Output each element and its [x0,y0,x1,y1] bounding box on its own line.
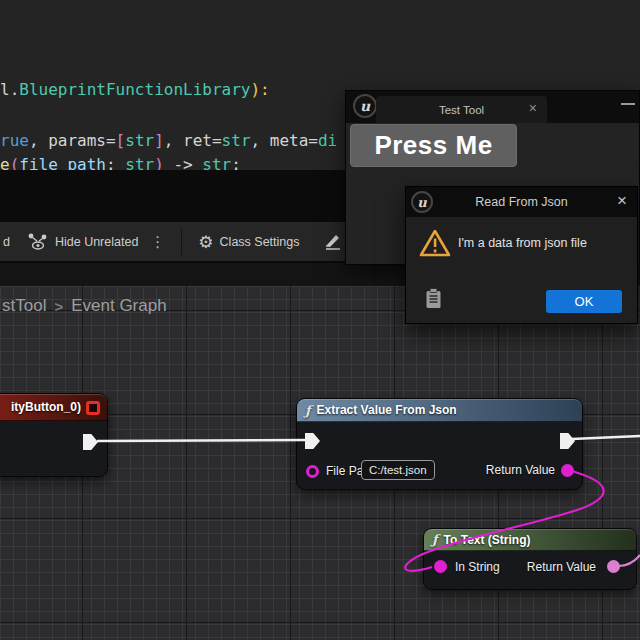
gear-icon: ⚙ [198,232,213,252]
class-settings-button[interactable]: ⚙ Class Settings [198,232,299,252]
code-line-1: l.BlueprintFunctionLibrary): [0,80,270,99]
pencil-icon [322,233,342,251]
dialog-title: Read From Json [406,195,637,209]
totext-node-title: To Text (String) [444,533,531,547]
file-path-pin[interactable] [306,465,319,478]
in-string-pin-label: In String [455,560,500,574]
hide-unrelated-label: Hide Unrelated [55,235,138,249]
delegate-pin-icon[interactable] [86,401,100,415]
dialog-close-icon[interactable]: × [617,191,627,211]
toolbar-separator [181,229,182,255]
dialog-titlebar[interactable]: u Read From Json × [406,187,637,217]
hide-unrelated-icon [27,232,49,252]
code-line-2: rue, params=[str], ret=str, meta=di [0,131,337,150]
extract-exec-input-pin[interactable] [305,433,320,449]
dialog-message: I'm a data from json file [458,236,587,250]
read-from-json-dialog: u Read From Json × I'm a data from json … [405,186,638,324]
totext-node-header[interactable]: ƒ To Text (String) [424,529,636,551]
extract-return-pin-label: Return Value [486,463,555,477]
breadcrumb-chevron-icon: > [54,298,63,315]
extract-exec-output-pin[interactable] [560,433,575,449]
minimize-icon[interactable] [621,103,635,105]
copy-to-clipboard-icon[interactable] [425,288,442,309]
extract-value-from-json-node[interactable]: ƒ Extract Value From Json File Path C:/t… [296,398,583,490]
warning-icon [419,228,451,258]
event-node[interactable]: ityButton_0) [0,393,108,477]
screen: l.BlueprintFunctionLibrary): rue, params… [0,0,640,640]
extract-return-value-pin[interactable] [561,464,574,477]
file-path-input[interactable]: C:/test.json [361,460,435,480]
event-graph-panel[interactable]: stTool > Event Graph ityButton_0) ƒ Extr… [0,286,640,640]
function-icon: ƒ [432,532,438,547]
hide-unrelated-options-button[interactable]: ⋮ [144,233,171,251]
extract-node-title: Extract Value From Json [317,403,457,417]
test-tool-tab[interactable]: Test Tool × [376,96,547,123]
exec-wire[interactable] [97,440,308,441]
breadcrumb-blueprint[interactable]: stTool [2,296,46,316]
extract-node-header[interactable]: ƒ Extract Value From Json [297,399,582,422]
press-me-button[interactable]: Press Me [350,124,517,167]
class-settings-label: Class Settings [220,235,300,249]
breadcrumb-graph[interactable]: Event Graph [71,296,166,316]
test-tool-tab-title: Test Tool [439,104,484,116]
breadcrumb: stTool > Event Graph [2,296,167,316]
ok-button[interactable]: OK [546,290,622,313]
in-string-pin[interactable] [434,560,447,573]
unreal-logo-icon: u [353,94,377,118]
toolbar-partial-label[interactable]: d [3,235,10,249]
to-text-string-node[interactable]: ƒ To Text (String) In String Return Valu… [423,528,637,590]
totext-return-value-pin[interactable] [607,560,620,573]
function-icon: ƒ [305,403,311,418]
test-tool-titlebar[interactable]: u Test Tool × [346,91,639,123]
code-line-3: e(file_path: str) -> str: [0,155,241,170]
totext-return-pin-label: Return Value [527,560,596,574]
tab-close-icon[interactable]: × [529,100,537,116]
hide-unrelated-button[interactable]: Hide Unrelated ⋮ [27,232,171,252]
event-exec-output-pin[interactable] [83,434,98,450]
event-node-title: ityButton_0) [0,400,81,414]
